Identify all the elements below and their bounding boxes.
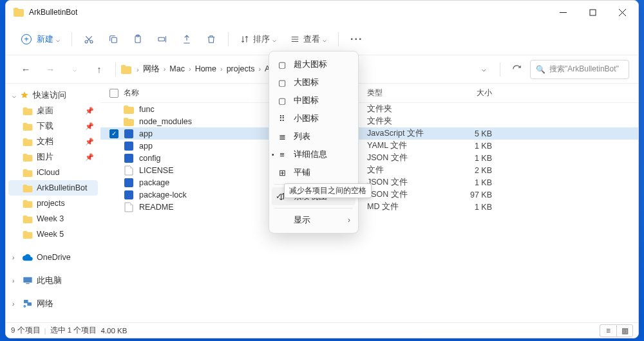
plus-icon: [21, 34, 32, 44]
maximize-button[interactable]: [578, 1, 607, 24]
menu-item-show[interactable]: 显示›: [269, 211, 358, 229]
file-size: 1 KB: [451, 203, 502, 212]
breadcrumb-item[interactable]: Home: [193, 64, 219, 73]
details-view-button[interactable]: ≡: [600, 324, 616, 337]
chevron-right-icon: ›: [257, 65, 262, 73]
breadcrumb-item[interactable]: 网络: [140, 64, 162, 73]
sidebar-this-pc[interactable]: › 此电脑: [8, 273, 98, 288]
layout-icon: ⠿: [277, 114, 287, 124]
column-headers: 名称 类型 大小: [100, 84, 638, 103]
more-button[interactable]: ···: [344, 28, 369, 50]
file-list: 名称 类型 大小 func文件夹node_modules文件夹✓appJavaS…: [100, 84, 638, 322]
titlebar: ArkBulletinBot: [6, 1, 638, 24]
new-button[interactable]: 新建 ⌵: [15, 28, 66, 50]
file-row[interactable]: READMEMD 文件1 KB: [100, 201, 638, 213]
file-icon: [124, 129, 134, 139]
crumb-expand-button[interactable]: ⌵: [474, 60, 493, 79]
sidebar-item[interactable]: Week 5: [8, 226, 98, 242]
file-icon: [124, 202, 134, 212]
recent-button[interactable]: ⌵: [64, 59, 86, 80]
chevron-right-icon: ›: [348, 216, 350, 225]
paste-button[interactable]: [126, 28, 149, 50]
sidebar-item-label: ArkBulletinBot: [37, 183, 88, 192]
folder-icon: [14, 8, 24, 17]
sidebar-item[interactable]: 文档📌: [8, 134, 98, 149]
file-icon: [124, 116, 134, 127]
menu-item[interactable]: ▢中图标: [269, 91, 358, 109]
sort-icon: [240, 35, 249, 44]
close-button[interactable]: [607, 1, 637, 24]
layout-icon: ▢: [277, 96, 287, 106]
col-name-header[interactable]: 名称: [124, 88, 139, 98]
folder-icon: [23, 199, 33, 208]
menu-item-label: 平铺: [294, 167, 310, 178]
file-name: app: [139, 142, 153, 151]
sidebar-onedrive[interactable]: › OneDrive: [8, 250, 98, 265]
menu-item[interactable]: ▢超大图标: [269, 55, 358, 73]
select-all-checkbox[interactable]: [109, 89, 118, 98]
view-button[interactable]: 查看 ⌵: [284, 28, 333, 50]
cut-button[interactable]: [77, 28, 100, 50]
sidebar-item[interactable]: 桌面📌: [8, 103, 98, 118]
row-checkbox[interactable]: ✓: [109, 129, 118, 138]
sidebar-item[interactable]: 图片📌: [8, 149, 98, 165]
svg-point-2: [90, 41, 93, 43]
status-count: 9 个项目: [11, 326, 41, 335]
svg-rect-6: [158, 37, 164, 41]
file-row[interactable]: func文件夹: [100, 103, 638, 115]
col-size-header[interactable]: 大小: [451, 88, 502, 98]
file-type: YAML 文件: [367, 140, 451, 151]
sidebar-item[interactable]: Week 3: [8, 211, 98, 226]
rename-button[interactable]: [151, 28, 174, 50]
sidebar-network[interactable]: › 网络: [8, 296, 98, 311]
status-selected: 选中 1 个项目: [50, 326, 97, 335]
file-row[interactable]: node_modules文件夹: [100, 115, 638, 127]
menu-item[interactable]: ⠿小图标: [269, 109, 358, 127]
view-icon: [290, 35, 299, 44]
menu-item[interactable]: ≣列表: [269, 127, 358, 145]
search-input[interactable]: 🔍 搜索"ArkBulletinBot": [530, 60, 629, 79]
folder-icon: [23, 184, 33, 192]
breadcrumb-item[interactable]: Mac: [167, 64, 187, 73]
file-name: LICENSE: [139, 166, 174, 175]
col-type-header[interactable]: 类型: [367, 88, 451, 98]
file-row[interactable]: LICENSE文件2 KB: [100, 164, 638, 176]
up-button[interactable]: ↑: [88, 59, 110, 80]
sort-button[interactable]: 排序 ⌵: [234, 28, 283, 50]
sidebar-item[interactable]: 下载📌: [8, 118, 98, 134]
file-icon: [124, 153, 134, 163]
delete-button[interactable]: [200, 28, 223, 50]
sidebar-item[interactable]: iCloud: [8, 165, 98, 180]
file-type: JSON 文件: [367, 177, 451, 188]
menu-item[interactable]: ▢大图标: [269, 73, 358, 91]
copy-button[interactable]: [102, 28, 125, 50]
svg-point-11: [23, 305, 26, 308]
menu-item[interactable]: ⊞平铺: [269, 163, 358, 181]
sidebar-item[interactable]: projects: [8, 196, 98, 211]
pin-icon: 📌: [85, 122, 94, 131]
icons-view-button[interactable]: ▦: [616, 324, 633, 337]
share-button[interactable]: [175, 28, 198, 50]
file-type: JSON 文件: [367, 152, 451, 163]
refresh-button[interactable]: [507, 60, 526, 79]
file-row[interactable]: configJSON 文件1 KB: [100, 152, 638, 164]
forward-button[interactable]: →: [39, 59, 61, 80]
sidebar-item[interactable]: ArkBulletinBot: [8, 180, 98, 196]
sidebar-quick-access[interactable]: ⌵ 快速访问: [8, 88, 98, 103]
menu-item[interactable]: •≡详细信息: [269, 145, 358, 163]
layout-icon: ▢: [277, 78, 287, 88]
minimize-button[interactable]: [548, 1, 578, 24]
file-icon: [124, 141, 134, 151]
file-type: JSON 文件: [367, 189, 451, 200]
layout-icon: ⊞: [277, 168, 287, 178]
file-name: README: [139, 203, 173, 212]
back-button[interactable]: ←: [15, 59, 37, 80]
pin-icon: 📌: [85, 107, 94, 115]
file-row[interactable]: appYAML 文件1 KB: [100, 140, 638, 152]
breadcrumb-item[interactable]: projects: [224, 64, 258, 73]
menu-item-label: 显示: [294, 214, 310, 226]
sidebar-item-label: Week 5: [37, 230, 64, 239]
view-label: 查看: [303, 33, 320, 45]
file-size: 97 KB: [451, 190, 502, 199]
file-row[interactable]: ✓appJavaScript 文件5 KB: [100, 127, 638, 140]
